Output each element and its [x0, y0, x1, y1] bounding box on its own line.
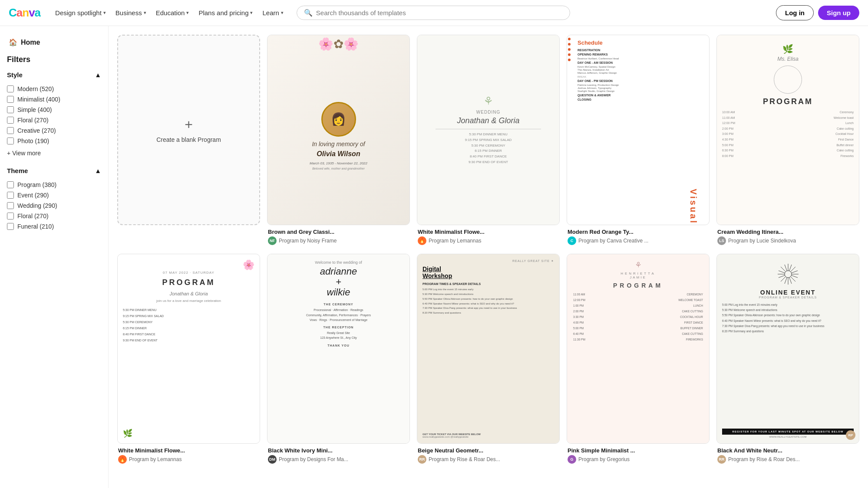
template-card-image: Schedule REGISTRATION OPENING REMARKS Be…	[567, 35, 710, 225]
login-button[interactable]: Log in	[776, 5, 814, 20]
template-card-title: Cream Wedding Itinera...	[717, 229, 858, 235]
template-card-title: Beige Neutral Geometr...	[418, 447, 559, 454]
template-card-info: White Minimalist Flowe... 🔥 Program by L…	[117, 444, 260, 465]
avatar: 🔥	[118, 455, 127, 464]
floral-top-right: 🌸	[243, 259, 254, 271]
nav-learn[interactable]: Learn ▾	[258, 7, 287, 19]
template-card-meta-text: Program by Canva Creative ...	[578, 238, 648, 244]
filter-photo[interactable]: Photo (190)	[7, 136, 101, 146]
nav-business[interactable]: Business ▾	[111, 7, 151, 19]
floral-decoration: 🌸✿🌸	[267, 35, 409, 61]
filter-creative-checkbox[interactable]	[7, 127, 14, 134]
chevron-up-icon: ▲	[95, 167, 101, 174]
templates-grid: + Create a blank Program 🌸✿🌸 👩 In loving…	[117, 35, 859, 465]
template-card-cream-wedding[interactable]: 🌿 Ms. Elisa PROGRAM 10:00 AMCeremony 11:…	[716, 35, 859, 247]
template-card-title: Black White Ivory Mini...	[268, 447, 409, 454]
filter-modern[interactable]: Modern (520)	[7, 84, 101, 94]
template-card-modern-red[interactable]: Schedule REGISTRATION OPENING REMARKS Be…	[567, 35, 710, 247]
template-card-image: ⚘ HENRIETTA JAMIE PROGRAM 11:00 AMCEREMO…	[567, 254, 710, 444]
nav-plans-pricing[interactable]: Plans and pricing ▾	[194, 7, 257, 19]
filter-creative[interactable]: Creative (270)	[7, 125, 101, 136]
template-card-info: Brown and Grey Classi... NF Program by N…	[267, 225, 410, 247]
plus-icon: +	[7, 150, 10, 157]
template-card-black-white-ivory[interactable]: Welcome to the wedding of adrianne+ wilk…	[267, 254, 410, 466]
filters-title: Filters	[7, 55, 101, 64]
template-card-wedding-program[interactable]: 🌸 07 MAY 2022 · SATURDAY PROGRAM Jonatha…	[117, 254, 260, 466]
filter-wedding-checkbox[interactable]	[7, 202, 14, 209]
create-blank-card-wrapper: + Create a blank Program	[117, 35, 260, 247]
sidebar-home[interactable]: 🏠 Home	[7, 35, 101, 50]
filter-minimalist-checkbox[interactable]	[7, 96, 14, 103]
template-card-meta: 🔥 Program by Lemannas	[418, 236, 559, 245]
template-card-meta: LS Program by Lucie Sindelkova	[717, 236, 858, 245]
visual-rotated-text: Visual	[688, 189, 698, 225]
photo-circle: 👩	[321, 102, 356, 137]
filter-funeral[interactable]: Funeral (210)	[7, 221, 101, 232]
filter-event[interactable]: Event (290)	[7, 190, 101, 200]
template-card-olivia[interactable]: 🌸✿🌸 👩 In loving memory of Olivia Wilson …	[267, 35, 410, 247]
chevron-down-icon: ▾	[103, 10, 106, 16]
avatar: RR	[418, 455, 426, 464]
template-card-meta: 🔥 Program by Lemannas	[118, 455, 259, 464]
view-more-button[interactable]: + View more	[7, 148, 101, 158]
template-card-image: 🌸✿🌸 👩 In loving memory of Olivia Wilson …	[267, 35, 410, 225]
chevron-up-icon: ▲	[95, 71, 101, 79]
template-card-title: Black And White Neutr...	[717, 447, 858, 454]
template-card-title: White Minimalist Flowe...	[118, 447, 259, 454]
nav-education[interactable]: Education ▾	[152, 7, 194, 19]
sidebar: 🏠 Home Filters Style ▲ Modern (520) Mini…	[0, 26, 109, 488]
template-card-meta: DM Program by Designs For Ma...	[268, 455, 409, 464]
template-card-meta-text: Program by Noisy Frame	[279, 238, 337, 244]
filter-program-checkbox[interactable]	[7, 181, 14, 188]
style-filter-items: Modern (520) Minimalist (400) Simple (40…	[7, 84, 101, 158]
signup-button[interactable]: Sign up	[818, 6, 859, 20]
template-card-title: Brown and Grey Classi...	[268, 229, 409, 235]
chevron-down-icon: ▾	[281, 10, 284, 16]
filter-minimalist[interactable]: Minimalist (400)	[7, 94, 101, 105]
search-bar[interactable]: 🔍	[297, 6, 570, 20]
template-card-info: Beige Neutral Geometr... RR Program by R…	[417, 444, 560, 465]
dot-border	[567, 35, 571, 225]
circle-border	[774, 66, 802, 94]
filter-funeral-checkbox[interactable]	[7, 223, 14, 230]
header-actions: Log in Sign up	[776, 5, 859, 20]
filter-modern-checkbox[interactable]	[7, 85, 14, 92]
header: Canva Design spotlight ▾ Business ▾ Educ…	[0, 0, 868, 26]
filter-floral-theme-checkbox[interactable]	[7, 213, 14, 219]
plus-icon: +	[185, 117, 193, 133]
search-input[interactable]	[316, 9, 563, 16]
filter-floral-style[interactable]: Floral (270)	[7, 115, 101, 125]
template-card-white-minimalist-top[interactable]: ⚘ WEDDING Jonathan & Gloria 5:30 PM DINN…	[417, 35, 560, 247]
template-card-image: REALLY GREAT SITE ✦ DigitalWorkshop PROG…	[417, 254, 560, 444]
canva-logo[interactable]: Canva	[9, 6, 40, 20]
theme-filter-items: Program (380) Event (290) Wedding (290) …	[7, 180, 101, 232]
filter-floral-style-checkbox[interactable]	[7, 117, 14, 124]
template-card-meta: C Program by Canva Creative ...	[568, 236, 709, 245]
template-card-pink-simple[interactable]: ⚘ HENRIETTA JAMIE PROGRAM 11:00 AMCEREMO…	[567, 254, 710, 466]
create-blank-card[interactable]: + Create a blank Program	[117, 35, 260, 225]
style-section-header[interactable]: Style ▲	[7, 71, 101, 79]
theme-section-header[interactable]: Theme ▲	[7, 167, 101, 174]
floral-icon: ⚘	[483, 95, 493, 108]
filter-simple-checkbox[interactable]	[7, 106, 14, 113]
filter-floral-theme[interactable]: Floral (270)	[7, 211, 101, 221]
filter-photo-checkbox[interactable]	[7, 138, 14, 144]
filter-wedding[interactable]: Wedding (290)	[7, 200, 101, 211]
template-card-image: Welcome to the wedding of adrianne+ wilk…	[267, 254, 410, 444]
template-card-title: Modern Red Orange Ty...	[568, 229, 709, 235]
filter-simple[interactable]: Simple (400)	[7, 105, 101, 115]
chevron-down-icon: ▾	[144, 10, 146, 16]
filter-event-checkbox[interactable]	[7, 192, 14, 199]
template-card-meta-text: Program by Rise & Roar Des...	[728, 456, 800, 462]
filter-program[interactable]: Program (380)	[7, 180, 101, 190]
template-card-meta-text: Program by Gregorius	[578, 456, 630, 462]
chevron-down-icon: ▾	[186, 10, 189, 16]
floral-bottom-left: 🌿	[123, 429, 132, 438]
floral-decoration: 🌿	[782, 44, 793, 54]
template-card-black-neutral[interactable]: ONLINE EVENT PROGRAM & SPEAKER DETAILS 5…	[716, 254, 859, 466]
nav-design-spotlight[interactable]: Design spotlight ▾	[51, 7, 110, 19]
theme-filter-section: Theme ▲ Program (380) Event (290) Weddin…	[7, 167, 101, 232]
avatar: 🔥	[418, 236, 426, 245]
template-card-meta: RR Program by Rise & Roar Des...	[717, 455, 858, 464]
template-card-beige-neutral[interactable]: REALLY GREAT SITE ✦ DigitalWorkshop PROG…	[417, 254, 560, 466]
